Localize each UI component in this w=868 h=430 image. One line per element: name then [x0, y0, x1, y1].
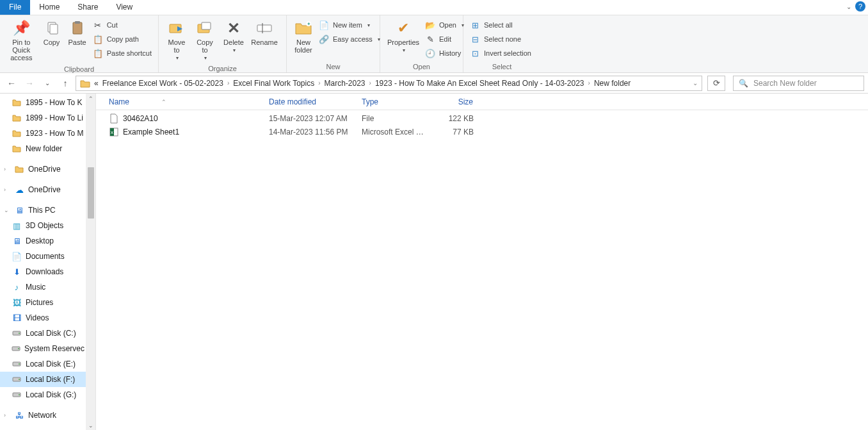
breadcrumb-1[interactable]: Excel Final Work Topics [233, 79, 314, 88]
sidebar-onedrive[interactable]: ›OneDrive [0, 161, 86, 177]
sidebar-item[interactable]: 🎞Videos [0, 310, 86, 326]
sidebar-item[interactable]: 🖥Desktop [0, 233, 86, 249]
expand-icon[interactable]: › [4, 186, 10, 193]
sidebar-item[interactable]: 📄Documents [0, 249, 86, 264]
sidebar-item[interactable]: New folder [0, 141, 86, 156]
sidebar-onedrive-cloud[interactable]: ›☁OneDrive [0, 182, 86, 197]
breadcrumb-0[interactable]: Freelance Excel Work - 05-02-2023 [102, 79, 223, 88]
spacer [0, 402, 86, 408]
forward-button[interactable]: → [22, 76, 37, 91]
sidebar-item[interactable]: Local Disk (E:) [0, 356, 86, 372]
edit-button[interactable]: ✎Edit [422, 32, 467, 46]
file-icon [109, 113, 119, 124]
help-icon[interactable]: ? [855, 1, 865, 12]
breadcrumb-3[interactable]: 1923 - How To Make An Excel Sheet Read O… [375, 79, 584, 88]
move-to-icon [168, 19, 186, 37]
sidebar-item[interactable]: Local Disk (F:) [0, 372, 86, 387]
sidebar-item[interactable]: System Reservec [0, 341, 86, 356]
folder-icon [80, 78, 90, 88]
copy-to-button[interactable]: Copy to▾ [191, 17, 219, 63]
scroll-down-icon[interactable]: ⌄ [86, 420, 95, 430]
file-type: Microsoft Excel W... [355, 128, 432, 136]
search-box[interactable]: 🔍 [733, 76, 864, 91]
rename-button[interactable]: Rename [248, 17, 280, 49]
paste-shortcut-button[interactable]: 📋Paste shortcut [90, 46, 154, 60]
new-folder-button[interactable]: ✦ New folder [291, 17, 316, 56]
invert-icon: ⊡ [470, 48, 480, 58]
paste-button[interactable]: Paste [65, 17, 90, 49]
delete-button[interactable]: ✕ Delete▾ [219, 17, 248, 56]
open-button[interactable]: 📂Open▾ [422, 18, 467, 32]
group-new: ✦ New folder 📄New item▾ 🔗Easy access▾ Ne… [287, 15, 380, 72]
sidebar-item-label: New folder [26, 144, 62, 153]
new-folder-label: New folder [294, 38, 312, 54]
move-to-button[interactable]: Move to▾ [163, 17, 191, 63]
copy-path-button[interactable]: 📋Copy path [90, 32, 154, 46]
folder-icon [12, 113, 22, 123]
address-dropdown[interactable]: ⌄ [693, 79, 698, 87]
tab-view[interactable]: View [107, 0, 141, 15]
search-icon: 🔍 [739, 79, 748, 88]
expand-icon[interactable]: › [4, 166, 10, 172]
back-button[interactable]: ← [4, 76, 19, 91]
chevron-down-icon[interactable]: ⌄ [846, 3, 851, 10]
chevron-right-icon[interactable]: › [318, 79, 320, 87]
column-name[interactable]: Name⌃ [96, 97, 262, 106]
easy-access-button[interactable]: 🔗Easy access▾ [316, 32, 383, 46]
breadcrumb-2[interactable]: March-2023 [325, 79, 366, 88]
sidebar-network[interactable]: ›🖧Network [0, 408, 86, 423]
scroll-up-icon[interactable]: ⌃ [86, 94, 95, 103]
group-select-label: Select [467, 62, 536, 72]
sidebar-item[interactable]: 1899 - How To Li [0, 110, 86, 126]
sidebar-this-pc[interactable]: ⌄🖥This PC [0, 203, 86, 218]
copy-label: Copy [44, 38, 60, 46]
column-date[interactable]: Date modified [262, 97, 355, 106]
pics-icon: 🖼 [12, 297, 22, 308]
tab-home[interactable]: Home [30, 0, 68, 15]
svg-rect-3 [75, 21, 80, 24]
copy-button[interactable]: Copy [39, 17, 65, 49]
chevron-right-icon[interactable]: › [227, 79, 229, 87]
sidebar-scrollbar[interactable]: ⌃ ⌄ [86, 94, 95, 430]
sidebar-item-label: 1899 - How To Li [26, 113, 83, 122]
collapse-icon[interactable]: ⌄ [4, 207, 10, 213]
sidebar-item-label: 1895 - How To K [26, 98, 83, 107]
column-type[interactable]: Type [355, 97, 432, 106]
properties-button[interactable]: ✔ Properties▾ [384, 17, 422, 56]
invert-selection-button[interactable]: ⊡Invert selection [467, 46, 534, 60]
sidebar-item-label: Downloads [26, 267, 63, 276]
recent-dropdown[interactable]: ⌄ [40, 76, 55, 91]
chevron-right-icon[interactable]: › [588, 79, 590, 87]
sidebar-item[interactable]: ⬇Downloads [0, 264, 86, 279]
tab-file[interactable]: File [0, 0, 30, 15]
up-button[interactable]: ↑ [58, 76, 73, 91]
sidebar-item[interactable]: 🖼Pictures [0, 295, 86, 310]
expand-icon[interactable]: › [4, 412, 10, 418]
sidebar-item[interactable]: Local Disk (G:) [0, 387, 86, 402]
cut-button[interactable]: ✂Cut [90, 18, 154, 32]
tab-share[interactable]: Share [68, 0, 107, 15]
search-input[interactable] [753, 79, 858, 88]
history-button[interactable]: 🕘History [422, 46, 467, 60]
file-rows: 30462A1015-Mar-2023 12:07 AMFile122 KBxE… [96, 110, 868, 430]
sidebar-item-label: Network [28, 411, 56, 420]
sidebar-item[interactable]: ♪Music [0, 279, 86, 295]
sidebar-item[interactable]: 1895 - How To K [0, 95, 86, 110]
column-size[interactable]: Size [432, 97, 480, 106]
sidebar-item[interactable]: ▥3D Objects [0, 218, 86, 233]
table-row[interactable]: 30462A1015-Mar-2023 12:07 AMFile122 KB [96, 112, 868, 125]
sidebar-item[interactable]: Local Disk (C:) [0, 326, 86, 341]
pin-quick-access-button[interactable]: 📌 Pin to Quick access [4, 17, 39, 64]
select-none-button[interactable]: ⊟Select none [467, 32, 534, 46]
refresh-button[interactable]: ⟳ [707, 76, 725, 91]
table-row[interactable]: xExample Sheet114-Mar-2023 11:56 PMMicro… [96, 125, 868, 138]
sidebar-item[interactable]: 1923 - How To M [0, 126, 86, 141]
select-all-button[interactable]: ⊞Select all [467, 18, 534, 32]
new-item-button[interactable]: 📄New item▾ [316, 18, 383, 32]
svg-rect-6 [202, 22, 211, 29]
breadcrumb-4[interactable]: New folder [594, 79, 631, 88]
scroll-thumb[interactable] [88, 167, 94, 219]
svg-rect-7 [257, 25, 271, 31]
chevron-right-icon[interactable]: › [369, 79, 371, 87]
address-bar[interactable]: « Freelance Excel Work - 05-02-2023 › Ex… [76, 76, 702, 91]
